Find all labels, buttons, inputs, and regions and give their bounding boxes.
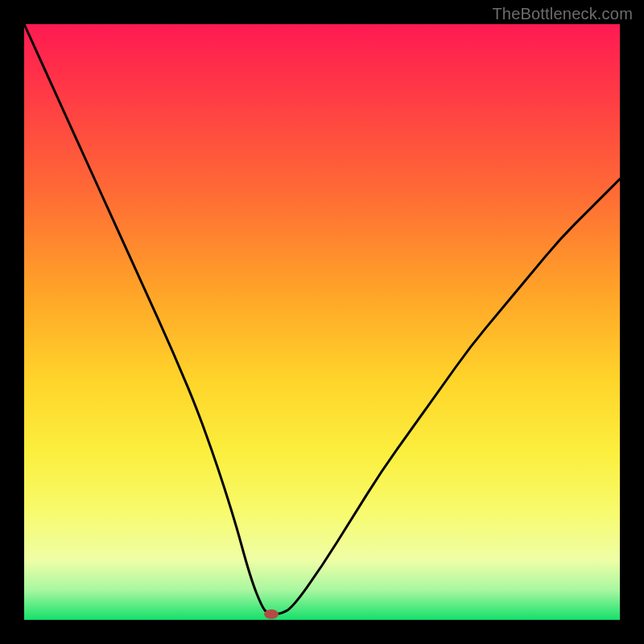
plot-area (24, 24, 620, 620)
chart-frame: TheBottleneck.com (0, 0, 644, 644)
minimum-marker (264, 609, 279, 619)
bottleneck-curve (24, 24, 620, 614)
watermark-text: TheBottleneck.com (492, 5, 633, 23)
curve-layer (24, 24, 620, 620)
